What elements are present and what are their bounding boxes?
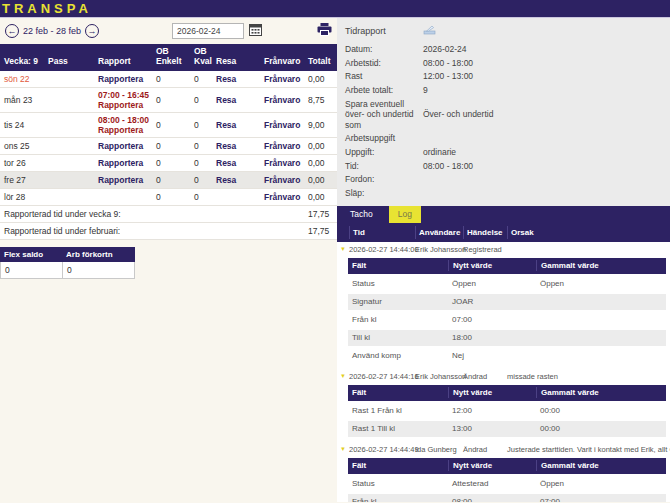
log-entry-row[interactable]: ▼2026-02-27 14:44:00Erik JohanssonRegist… [337,242,670,257]
week-navigation: ← 22 feb - 28 feb → [0,18,337,44]
calendar-icon [249,23,262,39]
calendar-button[interactable] [247,23,263,39]
change-old-value: Öppen [536,479,666,488]
change-col-2: Gammalt värde [536,387,666,398]
entry-event: Ändrad [463,445,507,454]
field-row: Fordon: [345,174,664,185]
rapportera-link[interactable]: Rapportera [98,158,143,168]
field-value: 12:00 - 13:00 [423,71,664,82]
ob-kval-value: 0 [190,192,212,202]
prev-week-button[interactable]: ← [5,24,19,38]
change-row: StatusAttesteradÖppen [348,476,666,494]
arb-forkortn-value: 0 [63,262,136,278]
field-label: Tid: [345,161,423,172]
field-label: Datum: [345,44,423,55]
resa-link[interactable]: Resa [212,141,260,151]
rapportera-link[interactable]: Rapportera [98,175,143,185]
field-row: Arbetstid:08:00 - 18:00 [345,58,664,69]
log-table-header: Tid Användare Händelse Orsak [337,223,670,242]
field-label: Uppgift: [345,147,423,158]
day-label: sön 22 [0,74,44,84]
collapse-triangle-icon[interactable]: ▼ [337,246,349,252]
change-col-1: Nytt värde [448,387,536,398]
ob-kval-value: 0 [190,141,212,151]
log-entry-row[interactable]: ▼2026-02-27 14:44:16Erik JohanssonÄndrad… [337,369,670,384]
resa-link[interactable]: Resa [212,120,260,130]
week-table-body: sön 22Rapportera00ResaFrånvaro0,00mån 23… [0,71,337,206]
tab-log[interactable]: Log [389,206,421,223]
change-new-value: 08:00 [448,497,536,502]
change-new-value: Nej [448,351,536,360]
entry-time: 2026-02-27 14:44:16 [349,372,415,381]
flex-saldo-value: 0 [1,262,63,278]
field-value: ordinarie [423,147,664,158]
totalt-value: 0,00 [304,175,337,185]
rapport-cell: Rapportera [94,175,152,185]
summary-value: 17,75 [304,226,337,236]
signature-icon [423,25,436,37]
next-week-button[interactable]: → [85,24,99,38]
pass-time: 07:00 - 16:45 [98,90,152,100]
change-table-header: FältNytt värdeGammalt värde [348,458,666,474]
col-header-week: Vecka: 9 [0,57,44,67]
field-label: Arbetstid: [345,58,423,69]
summary-value: 17,75 [304,209,337,219]
week-panel: ← 22 feb - 28 feb → [0,18,337,502]
week-table-header: Vecka: 9 Pass Rapport OB Enkelt OB Kval … [0,44,337,71]
summary-label: Rapporterad tid under vecka 9: [0,209,121,219]
ob-enkelt-value: 0 [152,95,190,105]
change-field: Rast 1 Från kl [348,406,448,415]
log-section: Tid Användare Händelse Orsak ▼2026-02-27… [337,223,670,503]
collapse-triangle-icon[interactable]: ▼ [337,446,349,452]
day-label: tis 24 [0,120,44,130]
entry-event: Registrerad [463,245,507,254]
franvaro-link[interactable]: Frånvaro [260,158,304,168]
tab-tacho[interactable]: Tacho [344,206,379,223]
franvaro-link[interactable]: Frånvaro [260,141,304,151]
log-entry-row[interactable]: ▼2026-02-27 14:44:49Ida GunbergÄndradJus… [337,442,670,457]
rapport-cell: 08:00 - 18:00Rapportera [94,115,152,135]
rapportera-link[interactable]: Rapportera [98,141,143,151]
change-table-header: FältNytt värdeGammalt värde [348,258,666,274]
change-new-value: 07:00 [448,315,536,324]
change-table: FältNytt värdeGammalt värdeRast 1 Från k… [348,385,666,439]
field-row: Rast12:00 - 13:00 [345,71,664,82]
summary-label: Rapporterad tid under februari: [0,226,120,236]
franvaro-link[interactable]: Frånvaro [260,175,304,185]
change-field: Signatur [348,297,448,306]
day-label: fre 27 [0,175,44,185]
resa-link[interactable]: Resa [212,95,260,105]
entry-time: 2026-02-27 14:44:49 [349,445,415,454]
rapportera-link[interactable]: Rapportera [98,100,143,110]
ob-kval-value: 0 [190,74,212,84]
ob-enkelt-value: 0 [152,175,190,185]
field-value: Över- och undertid [423,109,664,120]
week-row: fre 27Rapportera00ResaFrånvaro0,00 [0,172,337,189]
change-table: FältNytt värdeGammalt värdeStatusÖppenÖp… [348,258,666,366]
franvaro-link[interactable]: Frånvaro [260,95,304,105]
rapportera-link[interactable]: Rapportera [98,74,143,84]
week-range-label: 22 feb - 28 feb [23,26,81,36]
print-button[interactable] [317,23,332,39]
change-field: Från kl [348,497,448,502]
field-row: Tid:08:00 - 18:00 [345,161,664,172]
resa-link[interactable]: Resa [212,175,260,185]
franvaro-link[interactable]: Frånvaro [260,192,304,202]
col-header-rapport: Rapport [94,57,152,67]
resa-link[interactable]: Resa [212,74,260,84]
rapportera-link[interactable]: Rapportera [98,125,143,135]
franvaro-link[interactable]: Frånvaro [260,74,304,84]
totalt-value: 0,00 [304,192,337,202]
change-field: Från kl [348,315,448,324]
field-value: 08:00 - 18:00 [423,58,664,69]
week-row: tor 26Rapportera00ResaFrånvaro0,00 [0,155,337,172]
col-header-pass: Pass [44,57,94,67]
change-row: Rast 1 Från kl12:0000:00 [348,403,666,421]
date-input[interactable] [172,23,244,39]
field-label: Rast [345,71,423,82]
collapse-triangle-icon[interactable]: ▼ [337,373,349,379]
ob-enkelt-value: 0 [152,192,190,202]
franvaro-link[interactable]: Frånvaro [260,120,304,130]
change-new-value: Öppen [448,279,536,288]
resa-link[interactable]: Resa [212,158,260,168]
